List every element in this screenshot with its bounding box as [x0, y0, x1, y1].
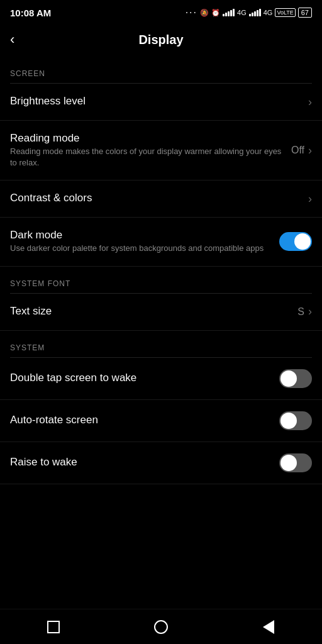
- setting-right-raise-to-wake: [279, 453, 312, 472]
- setting-value-reading-mode: Off: [291, 145, 304, 156]
- setting-left-raise-to-wake: Raise to wake: [10, 456, 279, 470]
- setting-right-double-tap: [279, 369, 312, 388]
- auto-rotate-toggle[interactable]: [279, 411, 312, 430]
- header: ‹ Display: [0, 23, 322, 57]
- mute-icon: 🔕: [200, 9, 209, 17]
- back-button[interactable]: ‹: [10, 30, 19, 49]
- setting-left-text-size: Text size: [10, 305, 297, 319]
- setting-row-raise-to-wake[interactable]: Raise to wake: [0, 442, 322, 484]
- setting-title-double-tap: Double tap screen to wake: [10, 372, 272, 384]
- double-tap-toggle[interactable]: [279, 369, 312, 388]
- setting-title-raise-to-wake: Raise to wake: [10, 456, 272, 469]
- status-bar: 10:08 AM ··· 🔕 ⏰ 4G 4G VoLTE 67: [0, 0, 322, 23]
- battery-icon: 67: [298, 8, 312, 18]
- setting-right-dark-mode: [279, 232, 312, 251]
- nav-button-home[interactable]: [142, 614, 180, 640]
- alarm-icon: ⏰: [211, 9, 220, 17]
- setting-left-double-tap: Double tap screen to wake: [10, 372, 279, 386]
- status-time: 10:08 AM: [10, 8, 51, 18]
- volte-icon: VoLTE: [275, 8, 295, 17]
- section-label-screen: SCREEN: [0, 57, 322, 83]
- chevron-contrast-icon: ›: [308, 192, 312, 206]
- setting-left-reading-mode: Reading mode Reading mode makes the colo…: [10, 132, 291, 169]
- network-4g-1-icon: 4G: [237, 9, 247, 16]
- setting-left-contrast: Contrast & colors: [10, 192, 308, 206]
- setting-row-auto-rotate[interactable]: Auto-rotate screen: [0, 400, 322, 442]
- setting-title-reading-mode: Reading mode: [10, 132, 284, 145]
- dark-mode-toggle[interactable]: [279, 232, 312, 251]
- section-label-system: SYSTEM: [0, 331, 322, 357]
- setting-row-double-tap[interactable]: Double tap screen to wake: [0, 358, 322, 400]
- network-4g-2-icon: 4G: [264, 9, 273, 16]
- setting-subtitle-reading-mode: Reading mode makes the colors of your di…: [10, 146, 284, 169]
- setting-right-auto-rotate: [279, 411, 312, 430]
- setting-right-reading-mode: Off ›: [291, 144, 312, 157]
- page-title: Display: [138, 33, 183, 47]
- setting-row-brightness[interactable]: Brightness level ›: [0, 84, 322, 121]
- setting-right-text-size: S ›: [297, 305, 312, 318]
- recents-icon: [47, 621, 60, 633]
- raise-to-wake-toggle-knob: [280, 455, 297, 471]
- chevron-brightness-icon: ›: [308, 96, 312, 109]
- setting-row-text-size[interactable]: Text size S ›: [0, 294, 322, 331]
- auto-rotate-toggle-knob: [280, 413, 297, 429]
- signal-bars-1-icon: [223, 9, 235, 16]
- signal-bars-2-icon: [249, 9, 261, 16]
- back-icon: [263, 620, 274, 634]
- nav-bar: [0, 609, 322, 644]
- nav-button-back[interactable]: [250, 614, 287, 640]
- home-icon: [154, 620, 168, 634]
- setting-left-brightness: Brightness level: [10, 95, 308, 109]
- status-icons: ··· 🔕 ⏰ 4G 4G VoLTE 67: [186, 7, 312, 18]
- setting-value-text-size: S: [297, 306, 304, 318]
- double-tap-toggle-knob: [280, 370, 297, 387]
- setting-row-contrast[interactable]: Contrast & colors ›: [0, 180, 322, 218]
- setting-left-auto-rotate: Auto-rotate screen: [10, 414, 279, 428]
- setting-right-brightness: ›: [308, 96, 312, 109]
- section-label-system-font: SYSTEM FONT: [0, 267, 322, 293]
- content: SCREEN Brightness level › Reading mode R…: [0, 57, 322, 522]
- setting-title-auto-rotate: Auto-rotate screen: [10, 414, 272, 426]
- setting-row-dark-mode[interactable]: Dark mode Use darker color palette for s…: [0, 218, 322, 266]
- signal-dots-icon: ···: [186, 7, 197, 18]
- setting-title-text-size: Text size: [10, 305, 290, 318]
- setting-row-reading-mode[interactable]: Reading mode Reading mode makes the colo…: [0, 121, 322, 180]
- setting-right-contrast: ›: [308, 192, 312, 206]
- setting-subtitle-dark-mode: Use darker color palette for system back…: [10, 243, 272, 254]
- chevron-text-size-icon: ›: [308, 305, 312, 318]
- raise-to-wake-toggle[interactable]: [279, 453, 312, 472]
- setting-title-dark-mode: Dark mode: [10, 229, 272, 242]
- nav-button-recents[interactable]: [35, 614, 72, 640]
- setting-title-brightness: Brightness level: [10, 95, 301, 108]
- chevron-reading-mode-icon: ›: [308, 144, 312, 157]
- dark-mode-toggle-knob: [294, 233, 311, 250]
- setting-title-contrast: Contrast & colors: [10, 192, 301, 204]
- setting-left-dark-mode: Dark mode Use darker color palette for s…: [10, 229, 279, 254]
